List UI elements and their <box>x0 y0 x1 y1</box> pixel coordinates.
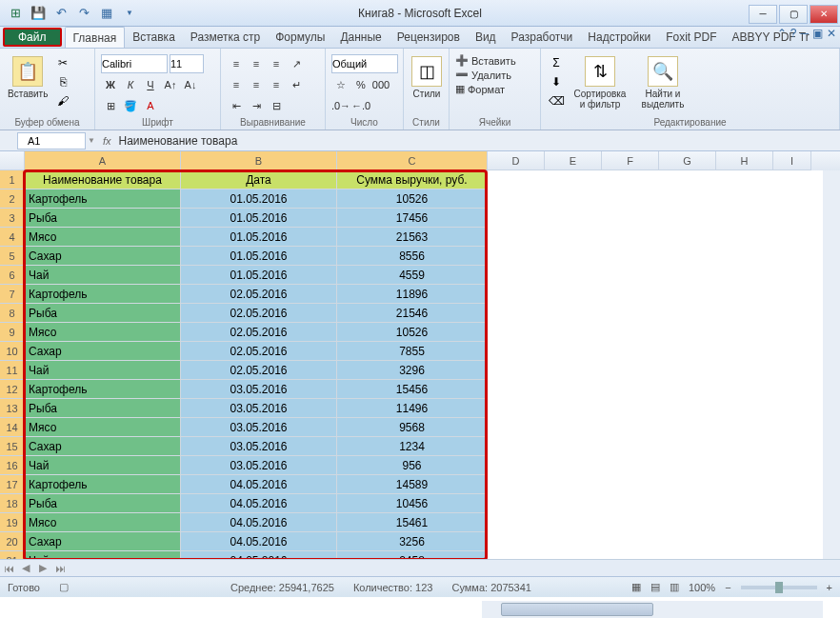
row-header[interactable]: 15 <box>0 437 25 456</box>
currency-icon[interactable]: ☆ <box>331 75 350 94</box>
cell[interactable]: 04.05.2016 <box>181 475 337 494</box>
cell[interactable]: Мясо <box>25 418 181 437</box>
cell[interactable]: Картофель <box>25 380 181 399</box>
cell[interactable]: Чай <box>25 266 181 285</box>
align-top-icon[interactable]: ≡ <box>227 54 246 73</box>
copy-icon[interactable]: ⎘ <box>53 73 72 90</box>
tab-developer[interactable]: Разработчи <box>504 27 581 48</box>
cell[interactable]: 01.05.2016 <box>181 209 337 228</box>
row-header[interactable]: 7 <box>0 285 25 304</box>
italic-icon[interactable]: К <box>121 75 140 94</box>
cell[interactable]: 3296 <box>337 361 488 380</box>
cell[interactable]: Картофель <box>25 285 181 304</box>
cell[interactable]: Картофель <box>25 189 181 209</box>
find-select-button[interactable]: 🔍 Найти и выделить <box>634 54 691 111</box>
cells-area[interactable]: Наименование товараДатаСумма выручки, ру… <box>25 170 840 559</box>
cell[interactable]: 1234 <box>337 437 488 456</box>
clear-icon[interactable]: ⌫ <box>547 92 566 110</box>
row-header[interactable]: 1 <box>0 170 25 189</box>
cell[interactable]: Картофель <box>25 475 181 494</box>
cell[interactable]: 11896 <box>337 285 488 304</box>
close-button[interactable]: ✕ <box>810 5 838 24</box>
col-header-b[interactable]: B <box>181 151 337 170</box>
cell[interactable]: 01.05.2016 <box>181 247 337 266</box>
cell[interactable]: 9568 <box>337 418 488 437</box>
tab-home[interactable]: Главная <box>65 27 126 48</box>
zoom-out-icon[interactable]: − <box>725 582 730 593</box>
font-color-icon[interactable]: A <box>141 96 160 115</box>
tab-foxit[interactable]: Foxit PDF <box>658 27 724 48</box>
cell[interactable]: 04.05.2016 <box>181 494 337 513</box>
view-page-layout-icon[interactable]: ▤ <box>650 581 660 593</box>
cell[interactable]: 15461 <box>337 513 488 532</box>
row-header[interactable]: 9 <box>0 323 25 342</box>
namebox-dropdown-icon[interactable]: ▼ <box>88 136 95 145</box>
col-header-e[interactable]: E <box>545 151 602 170</box>
row-header[interactable]: 18 <box>0 494 25 513</box>
zoom-slider[interactable] <box>741 586 817 589</box>
autosum-icon[interactable]: Σ <box>547 54 566 71</box>
cell[interactable]: 02.05.2016 <box>181 323 337 342</box>
delete-cells-button[interactable]: ➖Удалить <box>455 69 511 81</box>
col-header-h[interactable]: H <box>716 151 773 170</box>
row-header[interactable]: 6 <box>0 266 25 285</box>
cell[interactable]: 17456 <box>337 209 488 228</box>
col-header-a[interactable]: A <box>25 151 181 170</box>
align-bottom-icon[interactable]: ≡ <box>267 54 286 73</box>
view-page-break-icon[interactable]: ▥ <box>670 581 679 593</box>
sheet-nav-first-icon[interactable]: ⏮ <box>0 563 17 574</box>
cell[interactable]: 02.05.2016 <box>181 285 337 304</box>
cell[interactable]: 02.05.2016 <box>181 361 337 380</box>
decrease-indent-icon[interactable]: ⇤ <box>227 96 246 115</box>
vertical-scrollbar[interactable] <box>823 170 840 559</box>
cell[interactable]: 01.05.2016 <box>181 228 337 247</box>
paste-button[interactable]: 📋 Вставить <box>6 54 50 101</box>
merge-icon[interactable]: ⊟ <box>267 96 286 115</box>
align-middle-icon[interactable]: ≡ <box>247 54 266 73</box>
maximize-button[interactable]: ▢ <box>779 5 808 24</box>
decrease-decimal-icon[interactable]: ←.0 <box>351 96 370 115</box>
name-box[interactable]: A1 <box>17 132 86 150</box>
zoom-in-icon[interactable]: + <box>827 582 832 593</box>
cell[interactable]: 03.05.2016 <box>181 437 337 456</box>
row-header[interactable]: 16 <box>0 456 25 475</box>
col-header-i[interactable]: I <box>773 151 811 170</box>
underline-icon[interactable]: Ч <box>141 75 160 94</box>
row-header[interactable]: 12 <box>0 380 25 399</box>
cell[interactable]: Рыба <box>25 209 181 228</box>
percent-icon[interactable]: % <box>351 75 370 94</box>
row-header[interactable]: 10 <box>0 342 25 361</box>
cell[interactable]: 2458 <box>337 551 488 559</box>
cell[interactable]: Сахар <box>25 437 181 456</box>
cell[interactable]: 11496 <box>337 399 488 418</box>
cell[interactable]: 10456 <box>337 494 488 513</box>
number-format-select[interactable] <box>331 54 398 73</box>
fill-icon[interactable]: ⬇ <box>547 73 566 90</box>
row-header[interactable]: 13 <box>0 399 25 418</box>
sort-filter-button[interactable]: ⇅ Сортировка и фильтр <box>570 54 630 111</box>
col-header-g[interactable]: G <box>659 151 716 170</box>
align-left-icon[interactable]: ≡ <box>227 75 246 94</box>
font-name-select[interactable] <box>101 54 168 73</box>
row-header[interactable]: 14 <box>0 418 25 437</box>
cell[interactable]: 01.05.2016 <box>181 266 337 285</box>
cell[interactable]: 04.05.2016 <box>181 513 337 532</box>
cell[interactable]: 14589 <box>337 475 488 494</box>
decrease-font-icon[interactable]: A↓ <box>181 75 200 94</box>
file-tab[interactable]: Файл <box>3 28 62 47</box>
doc-minimize-icon[interactable]: ─ <box>800 27 809 40</box>
styles-button[interactable]: ◫ Стили <box>410 54 444 101</box>
select-all-corner[interactable] <box>0 151 25 170</box>
sheet-nav-next-icon[interactable]: ▶ <box>34 562 51 574</box>
bold-icon[interactable]: Ж <box>101 75 120 94</box>
redo-icon[interactable]: ↷ <box>74 4 93 23</box>
fx-icon[interactable]: fx <box>103 135 111 147</box>
zoom-value[interactable]: 100% <box>689 582 715 593</box>
formula-input[interactable]: Наименование товара <box>118 134 840 148</box>
cell[interactable]: 03.05.2016 <box>181 456 337 475</box>
tab-page-layout[interactable]: Разметка стр <box>183 27 268 48</box>
ribbon-minimize-icon[interactable]: ⌃ <box>777 27 787 40</box>
cell[interactable]: 03.05.2016 <box>181 380 337 399</box>
filter-toggle-icon[interactable]: ▦ <box>97 4 116 23</box>
col-header-d[interactable]: D <box>488 151 545 170</box>
